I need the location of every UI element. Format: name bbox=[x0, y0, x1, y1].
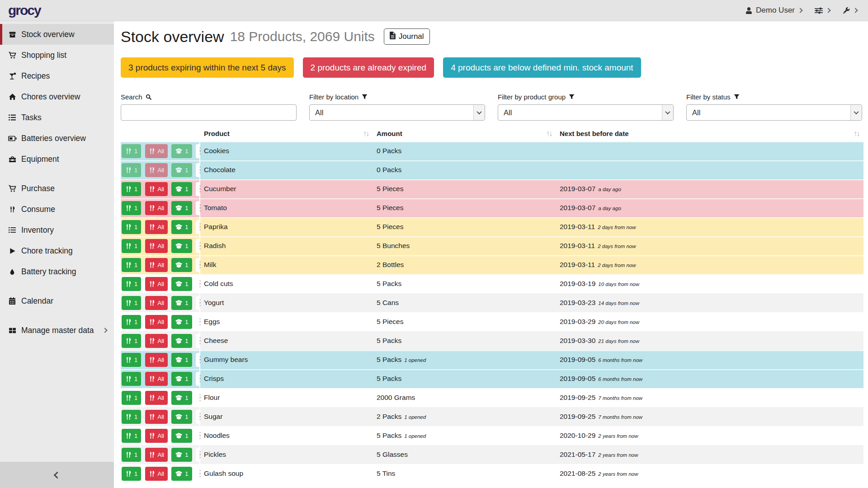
open-one-button[interactable]: 1 bbox=[171, 353, 192, 367]
alert-expired[interactable]: 2 products are already expired bbox=[303, 57, 434, 78]
open-one-button[interactable]: 1 bbox=[171, 277, 192, 291]
open-one-button[interactable]: 1 bbox=[171, 163, 192, 177]
open-one-button[interactable]: 1 bbox=[171, 410, 192, 424]
open-one-button[interactable]: 1 bbox=[171, 334, 192, 348]
consume-all-button[interactable]: All bbox=[145, 467, 168, 481]
app-logo[interactable]: grocy bbox=[8, 3, 41, 18]
sidebar-item-equipment[interactable]: Equipment bbox=[0, 149, 114, 169]
open-one-button[interactable]: 1 bbox=[171, 391, 192, 405]
search-input[interactable] bbox=[121, 104, 297, 121]
consume-all-button[interactable]: All bbox=[145, 353, 168, 367]
sidebar-item-battery-tracking[interactable]: Battery tracking bbox=[0, 261, 114, 282]
sort-icon[interactable] bbox=[363, 131, 369, 136]
row-menu-button[interactable] bbox=[196, 144, 200, 158]
user-menu[interactable]: Demo User bbox=[745, 6, 802, 15]
row-menu-button[interactable] bbox=[196, 220, 200, 234]
sidebar-item-calendar[interactable]: Calendar bbox=[0, 291, 114, 311]
sidebar-item-stock-overview[interactable]: Stock overview bbox=[0, 24, 114, 45]
consume-all-button[interactable]: All bbox=[145, 315, 168, 329]
sort-icon[interactable] bbox=[854, 131, 860, 136]
row-menu-button[interactable] bbox=[196, 353, 200, 367]
amount-column-header[interactable]: Amount bbox=[373, 127, 556, 141]
consume-all-button[interactable]: All bbox=[145, 182, 168, 196]
sidebar-item-shopping-list[interactable]: Shopping list bbox=[0, 45, 114, 66]
consume-all-button[interactable]: All bbox=[145, 372, 168, 386]
consume-all-button[interactable]: All bbox=[145, 201, 168, 215]
consume-one-button[interactable]: 1 bbox=[122, 163, 141, 177]
open-one-button[interactable]: 1 bbox=[171, 144, 192, 158]
sidebar-item-recipes[interactable]: Recipes bbox=[0, 66, 114, 86]
sidebar-item-manage-master-data[interactable]: Manage master data bbox=[0, 320, 114, 341]
sidebar-item-chore-tracking[interactable]: Chore tracking bbox=[0, 240, 114, 261]
row-menu-button[interactable] bbox=[196, 372, 200, 386]
consume-all-button[interactable]: All bbox=[145, 334, 168, 348]
row-menu-button[interactable] bbox=[196, 334, 200, 348]
row-menu-button[interactable] bbox=[196, 467, 200, 481]
sidebar-collapse-button[interactable] bbox=[0, 462, 114, 488]
location-filter-select[interactable]: All bbox=[309, 104, 485, 121]
row-menu-button[interactable] bbox=[196, 429, 200, 443]
consume-one-button[interactable]: 1 bbox=[122, 296, 141, 310]
consume-all-button[interactable]: All bbox=[145, 296, 168, 310]
sidebar-item-chores-overview[interactable]: Chores overview bbox=[0, 86, 114, 107]
consume-one-button[interactable]: 1 bbox=[122, 391, 141, 405]
sort-icon[interactable] bbox=[547, 131, 552, 136]
open-one-button[interactable]: 1 bbox=[171, 220, 192, 234]
consume-one-button[interactable]: 1 bbox=[122, 239, 141, 253]
product-column-header[interactable]: Product bbox=[200, 127, 373, 141]
consume-one-button[interactable]: 1 bbox=[122, 258, 141, 272]
best-before-column-header[interactable]: Next best before date bbox=[556, 127, 863, 141]
row-menu-button[interactable] bbox=[196, 448, 200, 462]
consume-all-button[interactable]: All bbox=[145, 448, 168, 462]
row-menu-button[interactable] bbox=[196, 410, 200, 424]
row-menu-button[interactable] bbox=[196, 315, 200, 329]
row-menu-button[interactable] bbox=[196, 258, 200, 272]
product-group-filter-select[interactable]: All bbox=[498, 104, 674, 121]
consume-all-button[interactable]: All bbox=[145, 258, 168, 272]
consume-one-button[interactable]: 1 bbox=[122, 448, 141, 462]
sidebar-item-batteries-overview[interactable]: Batteries overview bbox=[0, 128, 114, 149]
open-one-button[interactable]: 1 bbox=[171, 296, 192, 310]
row-menu-button[interactable] bbox=[196, 239, 200, 253]
open-one-button[interactable]: 1 bbox=[171, 258, 192, 272]
consume-all-button[interactable]: All bbox=[145, 220, 168, 234]
open-one-button[interactable]: 1 bbox=[171, 182, 192, 196]
consume-all-button[interactable]: All bbox=[145, 239, 168, 253]
open-one-button[interactable]: 1 bbox=[171, 201, 192, 215]
consume-one-button[interactable]: 1 bbox=[122, 353, 141, 367]
consume-one-button[interactable]: 1 bbox=[122, 220, 141, 234]
consume-all-button[interactable]: All bbox=[145, 410, 168, 424]
row-menu-button[interactable] bbox=[196, 182, 200, 196]
row-menu-button[interactable] bbox=[196, 163, 200, 177]
consume-one-button[interactable]: 1 bbox=[122, 277, 141, 291]
settings-menu[interactable] bbox=[815, 7, 830, 14]
consume-one-button[interactable]: 1 bbox=[122, 467, 141, 481]
sidebar-item-tasks[interactable]: Tasks bbox=[0, 107, 114, 128]
consume-all-button[interactable]: All bbox=[145, 144, 168, 158]
sidebar-item-inventory[interactable]: Inventory bbox=[0, 220, 114, 240]
sidebar-item-consume[interactable]: Consume bbox=[0, 199, 114, 220]
sidebar-item-purchase[interactable]: Purchase bbox=[0, 178, 114, 199]
consume-all-button[interactable]: All bbox=[145, 391, 168, 405]
consume-one-button[interactable]: 1 bbox=[122, 144, 141, 158]
consume-one-button[interactable]: 1 bbox=[122, 429, 141, 443]
journal-button[interactable]: Journal bbox=[384, 28, 430, 45]
consume-all-button[interactable]: All bbox=[145, 277, 168, 291]
row-menu-button[interactable] bbox=[196, 296, 200, 310]
row-menu-button[interactable] bbox=[196, 277, 200, 291]
consume-one-button[interactable]: 1 bbox=[122, 182, 141, 196]
consume-all-button[interactable]: All bbox=[145, 429, 168, 443]
status-filter-select[interactable]: All bbox=[686, 104, 862, 121]
alert-below-min-stock[interactable]: 4 products are below defined min. stock … bbox=[443, 57, 641, 78]
row-menu-button[interactable] bbox=[196, 201, 200, 215]
admin-menu[interactable] bbox=[843, 7, 857, 14]
consume-one-button[interactable]: 1 bbox=[122, 372, 141, 386]
open-one-button[interactable]: 1 bbox=[171, 315, 192, 329]
row-menu-button[interactable] bbox=[196, 391, 200, 405]
consume-all-button[interactable]: All bbox=[145, 163, 168, 177]
open-one-button[interactable]: 1 bbox=[171, 448, 192, 462]
open-one-button[interactable]: 1 bbox=[171, 467, 192, 481]
consume-one-button[interactable]: 1 bbox=[122, 410, 141, 424]
open-one-button[interactable]: 1 bbox=[171, 372, 192, 386]
consume-one-button[interactable]: 1 bbox=[122, 315, 141, 329]
